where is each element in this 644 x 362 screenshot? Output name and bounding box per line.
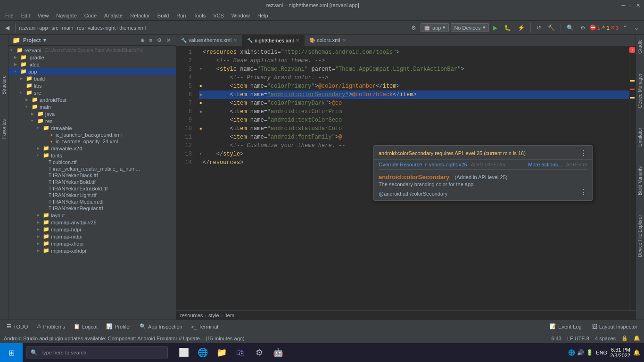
tree-iran-black[interactable]: T IRANYekanBlack.ttf: [8, 172, 176, 179]
bc-src[interactable]: src: [51, 25, 58, 31]
tree-mipmap-xxhdpi[interactable]: ▶ 📁 mipmap-xxhdpi: [8, 247, 176, 254]
menu-navigate[interactable]: Navigate: [53, 12, 80, 19]
menu-edit[interactable]: Edit: [18, 12, 33, 19]
device-file-explorer-tab[interactable]: Device File Explorer: [636, 212, 644, 260]
search-btn[interactable]: 🔍: [564, 24, 576, 32]
bc-resources[interactable]: resources: [180, 313, 203, 318]
tab-colors[interactable]: 🎨 colors.xml ✕: [305, 35, 351, 46]
bottom-tab-problems[interactable]: ⚠ Problems: [33, 322, 69, 331]
tree-drawable[interactable]: ▾ 📁 drawable: [8, 124, 176, 132]
taskbar-android-studio[interactable]: 🤖: [270, 344, 287, 361]
tree-build[interactable]: ▶ 📁 build: [8, 75, 176, 82]
run-btn[interactable]: ▶: [491, 24, 500, 32]
tree-iran-medium[interactable]: T IRANYekanMedium.ttf: [8, 198, 176, 205]
project-close-btn[interactable]: ✕: [165, 37, 172, 44]
tree-fonts[interactable]: ▾ 📁 fonts: [8, 152, 176, 159]
tab-night-themes[interactable]: 🔧 night\themes.xml ✕: [242, 35, 305, 46]
tree-idea[interactable]: ▶ 📁 .idea: [8, 61, 176, 68]
tree-mipmap-xhdpi[interactable]: ▶ 📁 mipmap-xhdpi: [8, 240, 176, 247]
line-col[interactable]: 6:43: [551, 336, 561, 341]
tree-main[interactable]: ▾ 📁 main: [8, 103, 176, 110]
battery-icon[interactable]: 🔋: [586, 349, 593, 356]
tree-ic-twotone[interactable]: 🔸 ic_twotone_opacity_24.xml: [8, 138, 176, 145]
tree-mipmap-hdpi[interactable]: ▶ 📁 mipmap-hdpi: [8, 226, 176, 233]
bottom-tab-todo[interactable]: ☰ TODO: [3, 322, 32, 331]
tree-ic-launcher[interactable]: 🔸 ic_launcher_background.xml: [8, 132, 176, 138]
project-dropdown-arrow[interactable]: ▾: [43, 37, 46, 43]
encoding[interactable]: LF UTF-8: [567, 336, 589, 341]
tree-iran-extrabold[interactable]: T IRANYekanExtraBold.ttf: [8, 185, 176, 192]
bottom-tab-terminal[interactable]: >_ Terminal: [187, 322, 222, 331]
tree-iran-yekan[interactable]: T iran_yekan_reqular_mobile_fa_num...: [8, 165, 176, 172]
close-btn[interactable]: ✕: [636, 2, 640, 8]
tooltip-bottom-more-icon[interactable]: ⋮: [580, 188, 587, 197]
tree-gradle[interactable]: ▶ 📁 .gradle: [8, 54, 176, 61]
bc-themes[interactable]: themes.xml: [119, 25, 146, 31]
menu-analyze[interactable]: Analyze: [101, 12, 126, 19]
taskbar-task-view[interactable]: ⬜: [175, 344, 192, 361]
tooltip-more-icon[interactable]: ⋮: [580, 148, 587, 157]
tree-root[interactable]: ▾ 📁 rezvani C:\Users\Novin System Parsi\…: [8, 47, 176, 54]
menu-refactor[interactable]: Refactor: [127, 12, 153, 19]
menu-vcs[interactable]: VCS: [210, 12, 227, 19]
tree-iran-bold[interactable]: T IRANYekanBold.ttf: [8, 179, 176, 185]
project-settings-btn[interactable]: ⚙: [156, 37, 163, 44]
bc-app[interactable]: app: [39, 25, 48, 31]
taskbar-store[interactable]: 🛍: [232, 344, 249, 361]
indent[interactable]: 4 spaces: [595, 336, 616, 341]
tab-close-3[interactable]: ✕: [342, 38, 346, 43]
bc-style[interactable]: style: [208, 313, 219, 318]
bc-values-night[interactable]: values-night: [88, 25, 116, 31]
tooltip-more-actions-link[interactable]: More actions...: [528, 162, 562, 167]
device-manager-tab[interactable]: Device Manager: [636, 71, 644, 111]
gradle-tab[interactable]: Gradle: [636, 37, 644, 57]
tree-res[interactable]: ▾ 📁 res: [8, 117, 176, 124]
network-icon[interactable]: 🌐: [568, 349, 575, 356]
devices-dropdown[interactable]: No Devices ▾: [451, 23, 488, 32]
toolbar-run-config-btn[interactable]: ⚙: [409, 24, 419, 32]
bc-item[interactable]: item: [224, 313, 234, 318]
menu-view[interactable]: View: [34, 12, 52, 19]
tree-androidtest[interactable]: ▶ 📁 androidTest: [8, 96, 176, 103]
expand-btn[interactable]: ⌄: [632, 24, 641, 32]
sync-btn[interactable]: ↺: [534, 24, 544, 32]
bottom-tab-logcat[interactable]: 📋 Logcat: [70, 322, 101, 331]
build-variants-tab[interactable]: Build Variants: [636, 164, 644, 198]
tab-values-themes[interactable]: 🔧 values\themes.xml ✕: [176, 35, 242, 46]
tree-mipmap-anydpi[interactable]: ▶ 📁 mipmap-anydpi-v26: [8, 219, 176, 226]
debug-btn[interactable]: 🐛: [502, 24, 513, 32]
tree-libs[interactable]: 📁 libs: [8, 82, 176, 89]
maximize-btn[interactable]: □: [629, 2, 632, 8]
tree-cubicon[interactable]: T cubicon.ttf: [8, 159, 176, 165]
favorites-tab[interactable]: Favorites: [0, 116, 8, 141]
clock[interactable]: 6:31 PM 2/8/2022: [610, 347, 630, 358]
tab-close-1[interactable]: ✕: [233, 38, 237, 43]
bottom-tab-profiler[interactable]: 📊 Profiler: [102, 322, 135, 331]
tab-close-2[interactable]: ✕: [296, 38, 299, 43]
tree-app[interactable]: ▾ 📁 app: [8, 68, 176, 75]
bc-rezvani[interactable]: rezvani: [19, 25, 35, 31]
menu-run[interactable]: Run: [173, 12, 189, 19]
notification-center-icon[interactable]: 🔔: [633, 349, 640, 356]
bc-main[interactable]: main: [62, 25, 74, 31]
tree-drawable-v24[interactable]: ▶ 📁 drawable-v24: [8, 145, 176, 152]
menu-help[interactable]: Help: [254, 12, 272, 19]
profile-btn[interactable]: ⚡: [515, 24, 527, 32]
bottom-tab-event-log[interactable]: 📝 Event Log: [546, 322, 586, 331]
tree-layout[interactable]: ▶ 📁 layout: [8, 212, 176, 219]
tooltip-override-link[interactable]: Override Resource in values-night-v25: [379, 162, 467, 167]
project-locate-btn[interactable]: ⊕: [139, 37, 146, 44]
taskbar-search[interactable]: 🔍 Type here to search: [26, 346, 168, 359]
tree-src[interactable]: ▾ 📁 src: [8, 89, 176, 96]
collapse-btn[interactable]: ⌃: [620, 24, 630, 32]
structure-tab[interactable]: Structure: [0, 73, 8, 98]
settings-btn[interactable]: ⚙: [578, 24, 588, 32]
emulator-tab[interactable]: Emulator: [636, 125, 644, 149]
start-button[interactable]: ⊞: [0, 343, 23, 362]
volume-icon[interactable]: 🔊: [577, 349, 584, 356]
tree-java[interactable]: ▶ 📁 java: [8, 110, 176, 117]
minimize-btn[interactable]: ─: [622, 2, 626, 8]
build-btn[interactable]: 🔨: [545, 24, 557, 32]
tree-iran-regular[interactable]: T IRANYekanRegular.ttf: [8, 205, 176, 212]
app-dropdown[interactable]: 🤖 app ▾: [421, 23, 449, 32]
